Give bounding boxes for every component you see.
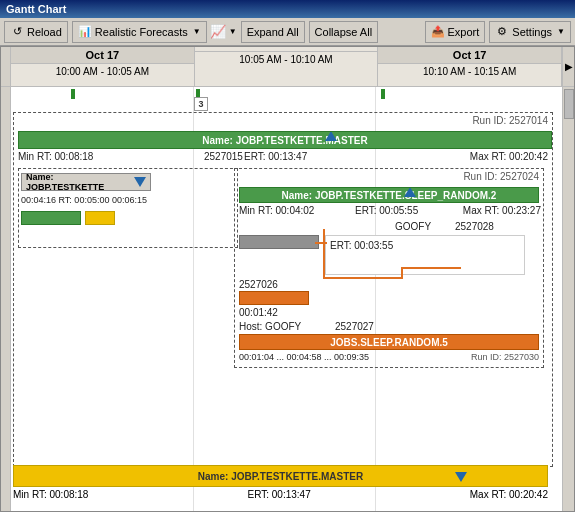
triangle-down-icon: [134, 177, 146, 187]
sleep5-times: 00:01:04 ... 00:04:58 ... 00:09:35: [239, 352, 369, 362]
gantt-body: 3 Run ID: 2527014 Name: JOBP.TESTKETTE.M…: [1, 87, 574, 511]
master-max-rt: Max RT: 00:20:42: [470, 151, 548, 162]
jobp-testkette-bar[interactable]: Name: JOBP.TESTKETTE: [21, 173, 151, 191]
sleep-ert: ERT: 00:05:55: [355, 205, 418, 216]
expand-all-button[interactable]: Expand All: [241, 21, 305, 43]
timeline-time-2: 10:05 AM - 10:10 AM: [239, 52, 332, 67]
bottom-min-rt: Min RT: 00:08:18: [13, 489, 88, 500]
realistic-forecasts-button[interactable]: 📊 Realistic Forecasts ▼: [72, 21, 207, 43]
ert-box: ERT: 00:03:55: [325, 235, 525, 275]
host-label: Host: GOOFY: [239, 321, 301, 332]
timeline-col-3: Oct 17 10:10 AM - 10:15 AM: [378, 47, 562, 86]
orange-line-h3: [401, 267, 461, 269]
sleep-random2-label: Name: JOBP.TESTKETTE.SLEEP_RANDOM.2: [282, 190, 497, 201]
timeline-columns: Oct 17 10:00 AM - 10:05 AM 10:05 AM - 10…: [11, 47, 562, 86]
sleep-max-rt: Max RT: 00:23:27: [463, 205, 541, 216]
sleep5-run-id: Run ID: 2527030: [471, 352, 539, 362]
settings-button[interactable]: ⚙ Settings ▼: [489, 21, 571, 43]
badge: 3: [194, 97, 208, 111]
timeline-col-1: Oct 17 10:00 AM - 10:05 AM: [11, 47, 195, 86]
timeline-date-3: Oct 17: [378, 47, 561, 64]
title-text: Gantt Chart: [6, 3, 67, 15]
scrollbar-thumb[interactable]: [564, 89, 574, 119]
goofy-label: GOOFY: [395, 221, 431, 232]
export-icon: 📤: [431, 25, 445, 39]
sleep-triangle-up-icon: [404, 187, 416, 197]
forecast-icon: 📊: [78, 25, 92, 39]
scrollbar[interactable]: [562, 87, 574, 511]
timeline-time-3: 10:10 AM - 10:15 AM: [423, 64, 516, 79]
dropdown-arrow-icon: ▼: [193, 27, 201, 36]
triangle-up-icon: [325, 131, 337, 141]
sleep-min-rt: Min RT: 00:04:02: [239, 205, 314, 216]
chart-area[interactable]: 3 Run ID: 2527014 Name: JOBP.TESTKETTE.M…: [11, 87, 562, 511]
reload-icon: ↺: [10, 25, 24, 39]
toolbar: ↺ Reload 📊 Realistic Forecasts ▼ 📈 ▼ Exp…: [0, 18, 575, 46]
settings-dropdown-icon: ▼: [557, 27, 565, 36]
timeline-header: Oct 17 10:00 AM - 10:05 AM 10:05 AM - 10…: [1, 47, 574, 87]
left-spacer: [1, 47, 11, 86]
bottom-master-labels: Min RT: 00:08:18 ERT: 00:13:47 Max RT: 0…: [13, 487, 548, 502]
master-green-bar[interactable]: Name: JOBP.TESTKETTE.MASTER: [18, 131, 552, 149]
bottom-master-bar[interactable]: Name: JOBP.TESTKETTE.MASTER: [13, 465, 548, 487]
collapse-all-button[interactable]: Collapse All: [309, 21, 378, 43]
gray-bar[interactable]: [239, 235, 319, 249]
jobp-testkette-label: Name: JOBP.TESTKETTE: [26, 172, 130, 192]
bar-2527026-label: 2527026: [239, 279, 278, 290]
bottom-triangle-down-icon: [455, 472, 467, 482]
gantt-container: Oct 17 10:00 AM - 10:05 AM 10:05 AM - 10…: [0, 46, 575, 512]
bar-time: 00:01:42: [239, 307, 278, 318]
dropdown-arrow2-icon: ▼: [229, 27, 237, 36]
jobp-inner-yellow[interactable]: [85, 211, 115, 225]
master-min-rt: Min RT: 00:08:18: [18, 151, 93, 162]
orange-line-h1: [315, 242, 327, 244]
bar-id2: 2527027: [335, 321, 374, 332]
sleep-id: 2527028: [455, 221, 494, 232]
bottom-master-label: Name: JOBP.TESTKETTE.MASTER: [198, 471, 363, 482]
master-id: 2527015: [204, 151, 243, 162]
chart-icon: 📈: [211, 25, 225, 39]
orange-line-v1: [323, 229, 325, 279]
left-gutter: [1, 87, 11, 511]
master-ert: ERT: 00:13:47: [244, 151, 307, 162]
jobp-testkette-container: Name: JOBP.TESTKETTE 00:04:16 RT: 00:05:…: [18, 168, 238, 248]
title-bar: Gantt Chart: [0, 0, 575, 18]
sleep-random2-bar[interactable]: Name: JOBP.TESTKETTE.SLEEP_RANDOM.2: [239, 187, 539, 203]
timeline-scroll-right[interactable]: ▶: [562, 47, 574, 86]
sleep-run-id: Run ID: 2527024: [463, 171, 539, 182]
green-marker-3: [381, 89, 385, 99]
sleep-random5-bar[interactable]: JOBS.SLEEP.RANDOM.5: [239, 334, 539, 350]
timeline-col-2: 10:05 AM - 10:10 AM: [195, 47, 379, 86]
green-marker-1: [71, 89, 75, 99]
master-dashed-outer: Run ID: 2527014 Name: JOBP.TESTKETTE.MAS…: [13, 112, 553, 467]
jobp-inner-green[interactable]: [21, 211, 81, 225]
timeline-date-1: Oct 17: [11, 47, 194, 64]
bottom-max-rt: Max RT: 00:20:42: [470, 489, 548, 500]
settings-icon: ⚙: [495, 25, 509, 39]
timeline-time-1: 10:00 AM - 10:05 AM: [56, 64, 149, 79]
orange-bar-2527026[interactable]: [239, 291, 309, 305]
reload-button[interactable]: ↺ Reload: [4, 21, 68, 43]
run-id-top: Run ID: 2527014: [472, 115, 548, 126]
export-button[interactable]: 📤 Export: [425, 21, 486, 43]
master-bar-label: Name: JOBP.TESTKETTE.MASTER: [202, 135, 367, 146]
jobp-times: 00:04:16 RT: 00:05:00 00:06:15: [21, 195, 147, 205]
sleep-random2-container: Run ID: 2527024 Name: JOBP.TESTKETTE.SLE…: [234, 168, 544, 368]
orange-line-h2: [323, 277, 403, 279]
bottom-ert: ERT: 00:13:47: [248, 489, 311, 500]
sleep-random5-label: JOBS.SLEEP.RANDOM.5: [330, 337, 448, 348]
ert2-label: ERT: 00:03:55: [330, 240, 393, 251]
bottom-master-wrapper: Name: JOBP.TESTKETTE.MASTER Min RT: 00:0…: [13, 465, 548, 505]
